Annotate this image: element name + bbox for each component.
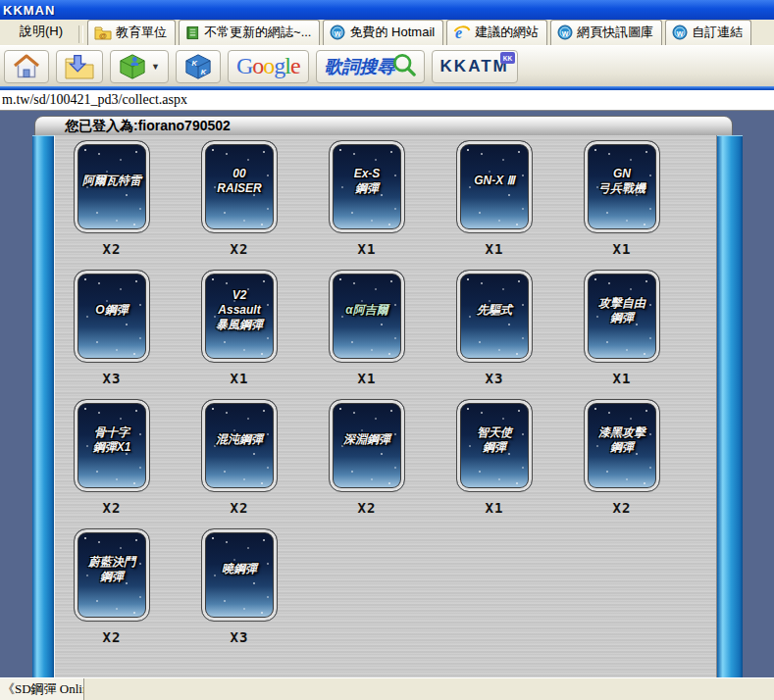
- link-label: 網頁快訊圖庫: [577, 24, 653, 41]
- gundam-card[interactable]: GN弓兵戰機: [584, 140, 660, 233]
- svg-text:w: w: [561, 28, 569, 38]
- card-cell: GN弓兵戰機 X1: [584, 140, 711, 270]
- svg-text:KK: KK: [503, 54, 513, 61]
- card-count: X2: [201, 241, 278, 257]
- card-label: 蔚藍決鬥鋼彈: [77, 528, 147, 615]
- gundam-card[interactable]: GN-X Ⅲ: [456, 140, 533, 233]
- collection-panel-body: 阿爾瓦特雷 X2 00RAISER X2 Ex-S鋼彈 X1 GN-X Ⅲ X1…: [32, 135, 743, 677]
- gundam-card[interactable]: 骨十字鋼彈X1: [74, 399, 150, 492]
- kk-green-cube-button[interactable]: ▼: [110, 50, 169, 83]
- card-count: X3: [456, 371, 533, 386]
- gundam-card[interactable]: 蔚藍決鬥鋼彈: [74, 528, 150, 622]
- card-label: 阿爾瓦特雷: [77, 140, 147, 226]
- links-bar-item[interactable]: w 網頁快訊圖庫: [550, 20, 662, 45]
- toolbar-button-label: 歌詞搜尋: [325, 55, 395, 78]
- window-title: KKMAN: [3, 3, 55, 18]
- green-cube-icon: [119, 53, 146, 80]
- page-tab-label: 《SD鋼彈 Onlin...: [2, 680, 84, 698]
- lyrics-search-button[interactable]: 歌詞搜尋: [316, 50, 425, 83]
- card-count: X2: [74, 500, 150, 516]
- link-label: 自訂連結: [692, 24, 743, 41]
- gundam-card[interactable]: 先驅式: [456, 270, 533, 363]
- w-circle-icon: w: [557, 25, 573, 40]
- toolbar-button-label: Google: [236, 53, 300, 79]
- links-bar-item[interactable]: w 自訂連結: [665, 20, 751, 45]
- address-bar[interactable]: m.tw/sd/100421_pd3/collect.aspx: [0, 90, 774, 111]
- svg-text:w: w: [334, 28, 341, 38]
- card-count: X1: [584, 241, 660, 257]
- svg-text:K: K: [191, 59, 197, 68]
- card-label: 曉鋼彈: [204, 528, 275, 615]
- left-blue-bar: [32, 135, 54, 677]
- address-url: m.tw/sd/100421_pd3/collect.aspx: [2, 92, 187, 108]
- notebook-icon: [185, 25, 200, 40]
- card-cell: 攻擊自由鋼彈 X1: [584, 270, 711, 399]
- link-label: 免費的 Hotmail: [349, 24, 435, 41]
- folder-at-icon: @: [94, 25, 112, 40]
- card-cell: 曉鋼彈 X3: [201, 528, 329, 658]
- gundam-card[interactable]: 混沌鋼彈: [201, 399, 278, 492]
- gundam-card[interactable]: 阿爾瓦特雷: [74, 140, 150, 233]
- gundam-card[interactable]: 00RAISER: [201, 140, 278, 233]
- gundam-card[interactable]: 漆黑攻擊鋼彈: [584, 399, 660, 492]
- card-cell: 骨十字鋼彈X1 X2: [74, 399, 201, 528]
- links-bar-item[interactable]: e 建議的網站: [446, 20, 547, 45]
- download-folder-icon: [65, 53, 94, 80]
- card-label: 深淵鋼彈: [332, 399, 402, 485]
- card-count: X3: [201, 629, 278, 645]
- card-cell: 蔚藍決鬥鋼彈 X2: [74, 528, 201, 658]
- card-count: X2: [584, 500, 660, 516]
- links-bar-item[interactable]: 不常更新的網誌~...: [179, 20, 320, 45]
- card-label: GN-X Ⅲ: [459, 140, 530, 226]
- card-count: X1: [584, 371, 660, 386]
- right-blue-bar[interactable]: [717, 135, 743, 677]
- home-button[interactable]: [4, 50, 49, 83]
- gundam-card[interactable]: 智天使鋼彈: [456, 399, 533, 492]
- link-label: 建議的網站: [475, 24, 539, 41]
- w-circle-icon: w: [672, 25, 688, 40]
- page-tab[interactable]: 《SD鋼彈 Onlin...: [0, 678, 84, 700]
- gundam-card[interactable]: 深淵鋼彈: [329, 399, 405, 492]
- gundam-card[interactable]: 曉鋼彈: [201, 528, 278, 622]
- home-icon: [13, 53, 40, 80]
- card-count: X2: [74, 241, 150, 257]
- card-count: X1: [456, 500, 533, 516]
- gundam-card[interactable]: V2Assault暴風鋼彈: [201, 270, 278, 363]
- card-count: X2: [329, 500, 405, 516]
- card-cell: 阿爾瓦特雷 X2: [74, 140, 201, 270]
- gundam-card[interactable]: α阿吉爾: [329, 270, 405, 363]
- kk-blue-cube-button[interactable]: KK: [176, 50, 221, 83]
- google-button[interactable]: Google: [228, 50, 309, 83]
- card-cell: 混沌鋼彈 X2: [201, 399, 329, 528]
- card-label: O鋼彈: [77, 270, 147, 356]
- card-cell: Ex-S鋼彈 X1: [329, 140, 456, 270]
- card-count: X1: [456, 241, 533, 257]
- links-bar-item[interactable]: w 免費的 Hotmail: [323, 20, 443, 45]
- magnifier-icon: [392, 53, 416, 80]
- download-button[interactable]: [56, 50, 103, 83]
- toolbar-separator: [78, 25, 83, 43]
- gundam-card[interactable]: 攻擊自由鋼彈: [584, 270, 660, 363]
- link-label: 教育單位: [116, 24, 167, 41]
- window-titlebar[interactable]: KKMAN: [0, 0, 774, 20]
- bottom-tab-bar: 《SD鋼彈 Onlin...: [0, 677, 774, 700]
- links-bar-item[interactable]: @ 教育單位: [87, 20, 176, 45]
- kkman-browser-window: { "window": { "title": "KKMAN" }, "menu_…: [0, 0, 774, 700]
- menu-bar: 說明(H) @ 教育單位 不常更新的網誌~... w 免費的 Hotmail e…: [0, 20, 774, 46]
- menu-item-help[interactable]: 說明(H): [8, 19, 75, 45]
- gundam-card[interactable]: O鋼彈: [74, 270, 150, 363]
- collection-panel: 您已登入為:fiorano790502 阿爾瓦特雷 X2 00RAISER X2…: [32, 116, 743, 677]
- main-toolbar: ▼ KK Google 歌詞搜尋 KKATM KK: [0, 46, 774, 86]
- dropdown-arrow-icon[interactable]: ▼: [151, 62, 160, 72]
- card-cell: 00RAISER X2: [201, 140, 329, 270]
- card-label: V2Assault暴風鋼彈: [204, 270, 275, 356]
- kk-atm-button[interactable]: KKATM KK: [432, 50, 518, 83]
- card-label: 00RAISER: [204, 140, 275, 226]
- card-count: X3: [74, 371, 150, 386]
- card-label: Ex-S鋼彈: [332, 140, 402, 226]
- card-cell: 智天使鋼彈 X1: [456, 399, 584, 528]
- card-cell: V2Assault暴風鋼彈 X1: [201, 270, 329, 399]
- card-grid: 阿爾瓦特雷 X2 00RAISER X2 Ex-S鋼彈 X1 GN-X Ⅲ X1…: [74, 140, 716, 658]
- gundam-card[interactable]: Ex-S鋼彈: [329, 140, 405, 233]
- card-cell: α阿吉爾 X1: [329, 270, 456, 399]
